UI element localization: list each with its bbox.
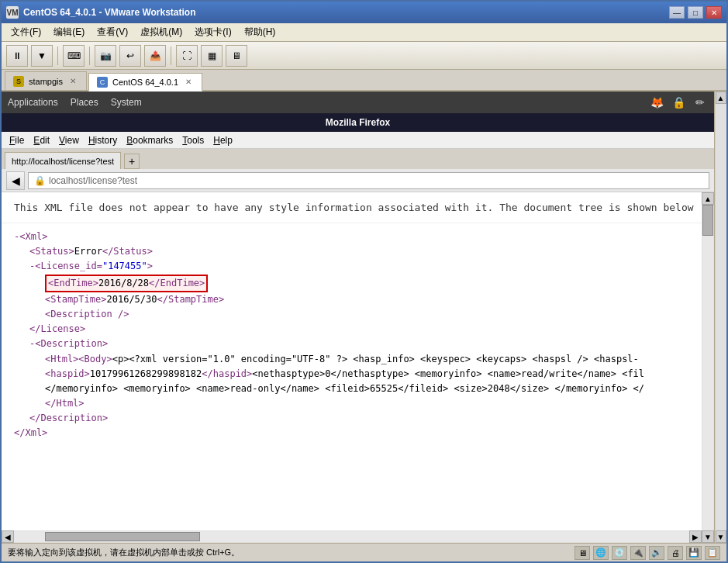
title-bar-left: VM CentOS 64_4.0.1 - VMware Workstation bbox=[6, 6, 196, 19]
firefox-window: Mozilla Firefox File Edit View History B… bbox=[2, 113, 714, 543]
toolbar-sep-1 bbox=[57, 47, 58, 65]
toolbar-revert[interactable]: ↩ bbox=[119, 45, 141, 67]
xml-line-12: </Html> bbox=[14, 396, 689, 411]
vm-scroll-down[interactable]: ▼ bbox=[716, 530, 726, 543]
status-bar: 要将输入定向到该虚拟机，请在虚拟机内部单击或按 Ctrl+G。 🖥 🌐 💿 🔌 … bbox=[2, 543, 726, 561]
minimize-button[interactable]: — bbox=[669, 6, 685, 19]
vmware-toolbar: ⏸ ▼ ⌨ 📷 ↩ 📤 ⛶ ▦ 🖥 bbox=[2, 42, 726, 70]
xml-line-3: -<License_id="147455"> bbox=[14, 259, 689, 274]
xml-line-6: <Description /> bbox=[14, 307, 689, 322]
horizontal-scrollbar[interactable]: ◀ ▶ bbox=[2, 530, 702, 543]
toolbar-dropdown[interactable]: ▼ bbox=[31, 45, 53, 67]
ff-menu-bookmarks[interactable]: Bookmarks bbox=[123, 133, 176, 147]
menu-tab[interactable]: 选项卡(I) bbox=[188, 24, 237, 40]
firefox-address-bar: ◀ 🔒 localhost/license?test bbox=[2, 169, 714, 192]
toolbar-sep-3 bbox=[171, 47, 171, 65]
content-area: This XML file does not appear to have an… bbox=[2, 192, 714, 543]
centos-tab-icon: C bbox=[97, 77, 108, 88]
scroll-right-btn[interactable]: ▶ bbox=[689, 530, 702, 543]
lock-applet-icon: 🔒 bbox=[671, 95, 686, 110]
toolbar-pause[interactable]: ⏸ bbox=[6, 45, 28, 67]
toolbar-fullscreen[interactable]: ⛶ bbox=[176, 45, 198, 67]
v-scrollbar-thumb[interactable] bbox=[702, 205, 713, 236]
vm-right-scrollbar[interactable]: ▲ ▼ bbox=[714, 92, 726, 543]
tab-centos-label: CentOS 64_4.0.1 bbox=[112, 78, 178, 87]
ff-menu-file[interactable]: File bbox=[6, 133, 27, 147]
ff-menu-help[interactable]: Help bbox=[210, 133, 236, 147]
stampgis-tab-icon: S bbox=[13, 76, 24, 87]
status-icon-printer: 🖨 bbox=[668, 546, 683, 560]
firefox-content: This XML file does not appear to have an… bbox=[2, 192, 702, 543]
gnome-applets: 🦊 🔒 ✏ bbox=[649, 95, 708, 110]
status-icon-clipboard: 📋 bbox=[705, 546, 720, 560]
close-button[interactable]: ✕ bbox=[706, 6, 722, 19]
scroll-left-btn[interactable]: ◀ bbox=[2, 530, 14, 543]
vm-content: Applications Places System 🦊 🔒 ✏ Mozilla… bbox=[2, 92, 726, 543]
toolbar-snapshot[interactable]: 📷 bbox=[95, 45, 116, 67]
maximize-button[interactable]: □ bbox=[688, 6, 703, 19]
ff-menu-tools[interactable]: Tools bbox=[179, 133, 207, 147]
toolbar-view-options[interactable]: 🖥 bbox=[226, 45, 247, 67]
status-text: 要将输入定向到该虚拟机，请在虚拟机内部单击或按 Ctrl+G。 bbox=[8, 547, 574, 558]
ff-menu-history[interactable]: History bbox=[85, 133, 120, 147]
window-title: CentOS 64_4.0.1 - VMware Workstation bbox=[23, 7, 196, 18]
xml-line-5: <StampTime>2016/5/30</StampTime> bbox=[14, 292, 689, 307]
endtime-highlight: <EndTime>2016/8/28</EndTime> bbox=[45, 275, 208, 292]
menu-help[interactable]: 帮助(H) bbox=[238, 24, 282, 40]
status-icon-audio: 🔊 bbox=[649, 546, 664, 560]
xml-line-4: <EndTime>2016/8/28</EndTime> bbox=[14, 275, 689, 292]
tab-stampgis-close[interactable]: ✕ bbox=[67, 76, 78, 87]
h-scrollbar-track[interactable] bbox=[14, 531, 689, 542]
toolbar-sep-2 bbox=[89, 47, 90, 65]
xml-line-2: <Status>Error</Status> bbox=[14, 244, 689, 259]
firefox-tab-label: http://localhost/license?test bbox=[12, 157, 114, 166]
xml-notice: This XML file does not appear to have an… bbox=[2, 192, 702, 223]
vm-scroll-up[interactable]: ▲ bbox=[716, 92, 726, 104]
scroll-down-btn[interactable]: ▼ bbox=[702, 530, 714, 543]
vmware-window: VM CentOS 64_4.0.1 - VMware Workstation … bbox=[0, 0, 728, 563]
title-bar: VM CentOS 64_4.0.1 - VMware Workstation … bbox=[2, 2, 726, 23]
title-bar-controls: — □ ✕ bbox=[669, 6, 722, 19]
toolbar-send-ctrlaltdel[interactable]: ⌨ bbox=[63, 45, 85, 67]
vertical-scrollbar[interactable]: ▲ ▼ bbox=[702, 192, 714, 543]
menu-view[interactable]: 查看(V) bbox=[91, 24, 134, 40]
h-scrollbar-thumb[interactable] bbox=[45, 532, 200, 541]
gnome-places[interactable]: Places bbox=[71, 97, 98, 108]
address-lock-icon: 🔒 bbox=[33, 174, 46, 187]
address-text: localhost/license?test bbox=[46, 175, 137, 186]
tab-centos-close[interactable]: ✕ bbox=[183, 77, 194, 88]
tab-centos[interactable]: C CentOS 64_4.0.1 ✕ bbox=[88, 73, 202, 92]
guest-os: Applications Places System 🦊 🔒 ✏ Mozilla… bbox=[2, 92, 714, 543]
xml-line-1: -<Xml> bbox=[14, 230, 689, 244]
gnome-applications[interactable]: Applications bbox=[8, 97, 58, 108]
status-icon-network: 🌐 bbox=[593, 546, 609, 560]
ff-menu-edit[interactable]: Edit bbox=[30, 133, 53, 147]
tab-stampgis[interactable]: S stampgis ✕ bbox=[5, 71, 87, 90]
menu-edit[interactable]: 编辑(E) bbox=[47, 24, 91, 40]
firefox-tab[interactable]: http://localhost/license?test bbox=[5, 152, 121, 169]
firefox-title: Mozilla Firefox bbox=[2, 113, 714, 132]
xml-line-11: </memoryinfo> <memoryinfo> <name>read-on… bbox=[14, 382, 650, 396]
edit-applet-icon: ✏ bbox=[692, 95, 708, 110]
xml-line-7: </License> bbox=[14, 322, 689, 337]
status-icon-cd: 💿 bbox=[612, 546, 627, 560]
menu-file[interactable]: 文件(F) bbox=[5, 24, 47, 40]
firefox-add-tab[interactable]: + bbox=[124, 154, 140, 169]
tab-bar: S stampgis ✕ C CentOS 64_4.0.1 ✕ bbox=[2, 70, 726, 92]
toolbar-unity[interactable]: ▦ bbox=[201, 45, 223, 67]
gnome-top-bar: Applications Places System 🦊 🔒 ✏ bbox=[2, 92, 714, 113]
gnome-system[interactable]: System bbox=[111, 97, 142, 108]
toolbar-share[interactable]: 📤 bbox=[144, 45, 166, 67]
menu-vm[interactable]: 虚拟机(M) bbox=[134, 24, 188, 40]
xml-line-13: </Description> bbox=[14, 411, 689, 426]
status-icons: 🖥 🌐 💿 🔌 🔊 🖨 💾 📋 bbox=[574, 546, 720, 560]
scroll-up-btn[interactable]: ▲ bbox=[702, 192, 714, 205]
firefox-tab-bar: http://localhost/license?test + bbox=[2, 149, 714, 169]
xml-content: -<Xml> <Status>Error</Status> -<License_… bbox=[2, 223, 702, 530]
address-input[interactable]: 🔒 localhost/license?test bbox=[28, 172, 709, 189]
back-button[interactable]: ◀ bbox=[6, 171, 25, 190]
status-icon-usb: 🔌 bbox=[630, 546, 646, 560]
status-icon-hd: 💾 bbox=[686, 546, 702, 560]
firefox-applet-icon: 🦊 bbox=[649, 95, 664, 110]
ff-menu-view[interactable]: View bbox=[56, 133, 82, 147]
